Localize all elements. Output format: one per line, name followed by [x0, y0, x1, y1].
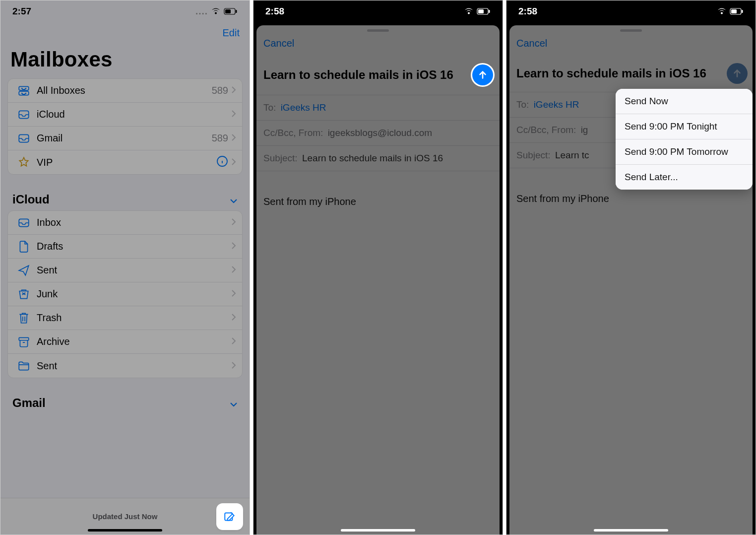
wifi-icon — [464, 8, 474, 15]
subject-field[interactable]: Subject: Learn to schedule mails in iOS … — [256, 145, 500, 171]
document-icon — [15, 240, 33, 253]
row-label: Drafts — [33, 241, 231, 252]
trash-icon — [15, 312, 33, 325]
row-vip[interactable]: VIP — [8, 150, 242, 174]
svg-rect-16 — [742, 10, 743, 13]
row-archive[interactable]: Archive — [8, 330, 242, 354]
row-label: Archive — [33, 336, 231, 347]
send-button[interactable] — [727, 63, 748, 84]
row-icloud[interactable]: iCloud — [8, 103, 242, 127]
status-bar: 2:58 — [506, 0, 756, 22]
row-junk[interactable]: Junk — [8, 282, 242, 306]
chevron-right-icon — [231, 109, 236, 120]
screen-schedule-menu: 2:58 Cancel Learn to schedule mails in i… — [506, 0, 756, 535]
row-count: 589 — [212, 133, 228, 144]
row-all-inboxes[interactable]: All Inboxes 589 — [8, 79, 242, 103]
chevron-right-icon — [231, 241, 236, 252]
ccbcc-value: ig — [581, 125, 588, 135]
cancel-button[interactable]: Cancel — [263, 38, 294, 49]
home-indicator[interactable] — [341, 529, 415, 532]
chevron-right-icon — [231, 133, 236, 144]
home-indicator[interactable] — [88, 529, 162, 532]
status-icons — [717, 8, 744, 15]
cancel-button[interactable]: Cancel — [516, 38, 547, 49]
arrow-up-icon — [477, 69, 488, 80]
row-label: Trash — [33, 312, 231, 324]
row-label: All Inboxes — [33, 85, 212, 96]
chevron-right-icon — [231, 157, 236, 168]
row-sent-folder[interactable]: Sent — [8, 354, 242, 378]
ccbcc-field[interactable]: Cc/Bcc, From: igeeksblogs@icloud.com — [256, 120, 500, 145]
chevron-right-icon — [231, 85, 236, 96]
compose-button[interactable] — [218, 505, 242, 529]
home-indicator[interactable] — [594, 529, 668, 532]
chevron-right-icon — [231, 288, 236, 300]
subject-value: Learn tc — [555, 150, 589, 160]
row-inbox[interactable]: Inbox — [8, 211, 242, 235]
sheet-nav: Cancel — [256, 35, 500, 54]
edit-button[interactable]: Edit — [223, 27, 240, 39]
ccbcc-value: igeeksblogs@icloud.com — [328, 128, 432, 138]
svg-rect-15 — [731, 9, 737, 13]
row-sent[interactable]: Sent — [8, 259, 242, 282]
row-label: Sent — [33, 360, 231, 372]
compose-icon — [223, 510, 236, 523]
row-gmail[interactable]: Gmail 589 — [8, 127, 242, 150]
row-trash[interactable]: Trash — [8, 306, 242, 330]
status-bar: 2:58 — [253, 0, 503, 22]
chevron-right-icon — [231, 312, 236, 324]
subject-label: Subject: — [263, 153, 298, 163]
chevron-right-icon — [231, 217, 236, 228]
grabber-handle[interactable] — [620, 29, 642, 32]
section-header-gmail[interactable]: Gmail — [0, 388, 250, 414]
svg-rect-1 — [225, 9, 231, 13]
info-icon[interactable] — [216, 155, 228, 170]
menu-send-now[interactable]: Send Now — [616, 89, 753, 114]
svg-rect-13 — [489, 10, 490, 13]
icloud-folders-group: Inbox Drafts Sent Junk Trash Archive — [7, 210, 243, 378]
body-text: Sent from my iPhone — [516, 193, 609, 204]
svg-rect-2 — [236, 10, 237, 13]
menu-send-tonight[interactable]: Send 9:00 PM Tonight — [616, 114, 753, 139]
send-button[interactable] — [472, 65, 493, 85]
grabber-handle[interactable] — [367, 29, 389, 32]
chevron-right-icon — [231, 336, 236, 347]
send-button-halo — [471, 63, 495, 87]
clock: 2:58 — [518, 6, 537, 17]
body-text: Sent from my iPhone — [263, 196, 356, 207]
to-value: iGeeks HR — [534, 99, 579, 110]
svg-rect-12 — [478, 9, 484, 13]
row-label: iCloud — [33, 109, 231, 120]
sheet-nav: Cancel — [509, 35, 753, 54]
menu-send-later[interactable]: Send Later... — [616, 165, 753, 190]
star-icon — [15, 156, 33, 169]
compose-body[interactable]: Sent from my iPhone — [256, 171, 500, 232]
to-label: To: — [516, 99, 529, 110]
compose-header: Learn to schedule mails in iOS 16 — [256, 54, 500, 95]
row-drafts[interactable]: Drafts — [8, 235, 242, 259]
compose-title: Learn to schedule mails in iOS 16 — [516, 67, 727, 80]
navbar: Edit — [0, 22, 250, 44]
tray-stack-icon — [15, 84, 33, 97]
sync-status: Updated Just Now — [93, 512, 158, 521]
row-label: Inbox — [33, 217, 231, 228]
cellular-icon: .... — [195, 6, 208, 17]
mailboxes-group: All Inboxes 589 iCloud Gmail 589 V — [7, 78, 243, 175]
row-label: Gmail — [33, 133, 212, 144]
tray-icon — [15, 217, 33, 228]
status-icons: .... — [195, 6, 238, 17]
section-header-icloud[interactable]: iCloud — [0, 185, 250, 210]
status-icons — [464, 8, 491, 15]
battery-icon — [224, 8, 238, 15]
to-field[interactable]: To: iGeeks HR — [256, 95, 500, 120]
row-label: VIP — [33, 157, 216, 168]
screen-compose: 2:58 Cancel Learn to schedule mails in i… — [253, 0, 503, 535]
chevron-down-icon — [230, 396, 238, 410]
svg-rect-9 — [19, 337, 29, 340]
status-bar: 2:57 .... — [0, 0, 250, 22]
menu-send-tomorrow[interactable]: Send 9:00 PM Tomorrow — [616, 139, 753, 165]
wifi-icon — [211, 8, 221, 15]
arrow-up-icon — [732, 68, 743, 79]
section-title: Gmail — [12, 396, 46, 410]
compose-title: Learn to schedule mails in iOS 16 — [263, 68, 471, 81]
